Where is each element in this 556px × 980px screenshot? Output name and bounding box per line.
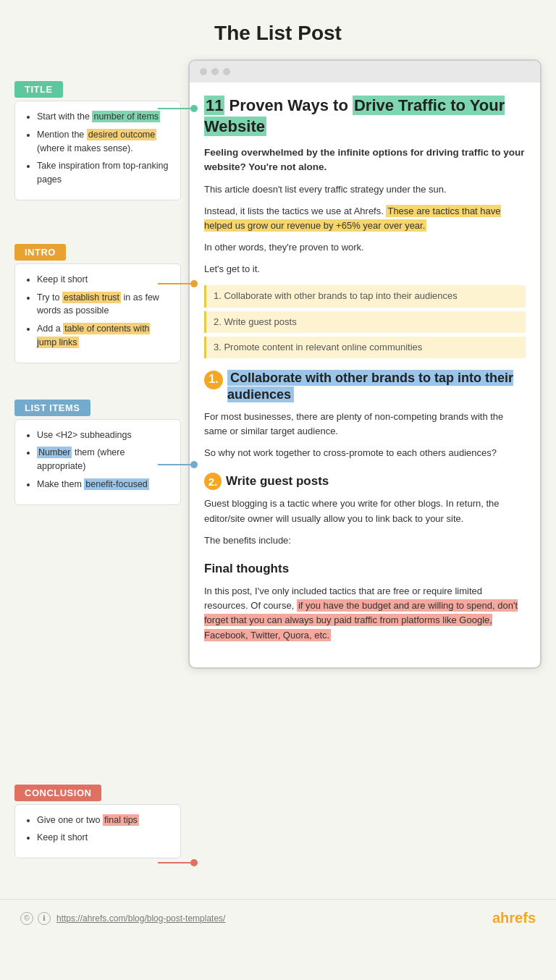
intro-tips-box: Keep it short Try to establish trust in … bbox=[14, 263, 181, 363]
number-of-items-hl: number of items bbox=[92, 111, 160, 122]
title-tip-3: Take inspiration from top-ranking pages bbox=[37, 159, 170, 187]
list-items-tips-box: Use <H2> subheadings Number them (where … bbox=[14, 419, 181, 505]
intro-tip-1: Keep it short bbox=[37, 273, 170, 287]
conclusion-tip-2: Keep it short bbox=[37, 831, 170, 845]
intro-card: INTRO Keep it short Try to establish tru… bbox=[14, 244, 181, 363]
browser-bar bbox=[190, 61, 540, 83]
section1-para1: For most businesses, there are plenty of… bbox=[204, 410, 526, 439]
toc-list: 1. Collaborate with other brands to tap … bbox=[204, 285, 526, 358]
section2-num-badge: 2. bbox=[204, 473, 222, 490]
section2-para1: Guest blogging is a tactic where you wri… bbox=[204, 497, 526, 525]
intro-tip-3: Add a table of contents with jump links bbox=[37, 322, 170, 350]
browser-content: 11 Proven Ways to Drive Traffic to Your … bbox=[190, 83, 540, 667]
section1-para2: So why not work together to cross-promot… bbox=[204, 446, 526, 460]
list-items-card: LIST ITEMS Use <H2> subheadings Number t… bbox=[14, 400, 181, 505]
section2-para2: The benefits include: bbox=[204, 533, 526, 548]
browser-dot-3 bbox=[223, 68, 230, 75]
section1-num-badge: 1. bbox=[204, 371, 223, 389]
section1-heading: 1. Collaborate with other brands to tap … bbox=[204, 370, 526, 404]
final-thoughts-heading: Final thoughts bbox=[204, 559, 526, 578]
browser-mockup: 11 Proven Ways to Drive Traffic to Your … bbox=[188, 59, 542, 669]
conclusion-card: CONCLUSION Give one or two final tips Ke… bbox=[14, 785, 181, 859]
article-para-4: Let's get to it. bbox=[204, 262, 526, 276]
list-tip-2: Number them (where appropriate) bbox=[37, 446, 170, 473]
list-items-tag: LIST ITEMS bbox=[14, 400, 90, 416]
right-panel: 11 Proven Ways to Drive Traffic to Your … bbox=[188, 59, 542, 870]
browser-dot-2 bbox=[211, 68, 219, 75]
conclusion-tag: CONCLUSION bbox=[14, 785, 101, 801]
title-plain: Proven Ways to bbox=[229, 96, 353, 114]
title-card: TITLE Start with the number of items Men… bbox=[14, 81, 181, 200]
footer: © ℹ https://ahrefs.com/blog/blog-post-te… bbox=[0, 899, 556, 937]
title-tip-2: Mention the desired outcome (where it ma… bbox=[37, 128, 170, 156]
benefit-focused-hl: benefit-focused bbox=[84, 478, 148, 490]
footer-brand: ahrefs bbox=[492, 910, 536, 926]
conclusion-tip-1: Give one or two final tips bbox=[37, 814, 170, 827]
section2-heading: 2. Write guest posts bbox=[204, 472, 526, 491]
number-hl: Number bbox=[37, 447, 72, 458]
final-tips-hl: final tips bbox=[103, 814, 139, 826]
title-number: 11 bbox=[204, 96, 224, 115]
toc-item-2[interactable]: 2. Write guest posts bbox=[204, 311, 526, 333]
page-title: The List Post bbox=[0, 0, 556, 59]
footer-icons: © ℹ bbox=[20, 912, 51, 925]
article-para-3: In other words, they're proven to work. bbox=[204, 240, 526, 255]
title-tag: TITLE bbox=[14, 81, 63, 98]
browser-dot-1 bbox=[200, 68, 207, 75]
section1-title: Collaborate with other brands to tap int… bbox=[227, 370, 513, 402]
footer-left: © ℹ https://ahrefs.com/blog/blog-post-te… bbox=[20, 912, 225, 925]
conclusion-tips-box: Give one or two final tips Keep it short bbox=[14, 804, 181, 859]
section2-title: Write guest posts bbox=[226, 472, 329, 491]
title-tips-box: Start with the number of items Mention t… bbox=[14, 101, 181, 200]
intro-tip-2: Try to establish trust in as few words a… bbox=[37, 291, 170, 318]
intro-tag: INTRO bbox=[14, 244, 66, 261]
establish-trust-hl: establish trust bbox=[62, 292, 121, 303]
info-icon: ℹ bbox=[38, 912, 51, 925]
article-title: 11 Proven Ways to Drive Traffic to Your … bbox=[204, 96, 526, 137]
list-tip-1: Use <H2> subheadings bbox=[37, 428, 170, 442]
article-intro-bold: Feeling overwhelmed by the infinite opti… bbox=[204, 145, 526, 175]
title-tip-1: Start with the number of items bbox=[37, 110, 170, 124]
list-tip-3: Make them benefit-focused bbox=[37, 478, 170, 491]
footer-url[interactable]: https://ahrefs.com/blog/blog-post-templa… bbox=[56, 913, 225, 924]
article-para-1: This article doesn't list every traffic … bbox=[204, 182, 526, 197]
para2-plain: Instead, it lists the tactics we use at … bbox=[204, 206, 386, 216]
toc-item-1[interactable]: 1. Collaborate with other brands to tap … bbox=[204, 285, 526, 307]
final-para: In this post, I've only included tactics… bbox=[204, 584, 526, 643]
article-para-2: Instead, it lists the tactics we use at … bbox=[204, 204, 526, 233]
desired-outcome-hl: desired outcome bbox=[87, 129, 156, 140]
toc-item-3[interactable]: 3. Promote content in relevant online co… bbox=[204, 337, 526, 358]
toc-hl: table of contents with jump links bbox=[37, 323, 150, 348]
copyright-icon: © bbox=[20, 912, 33, 925]
